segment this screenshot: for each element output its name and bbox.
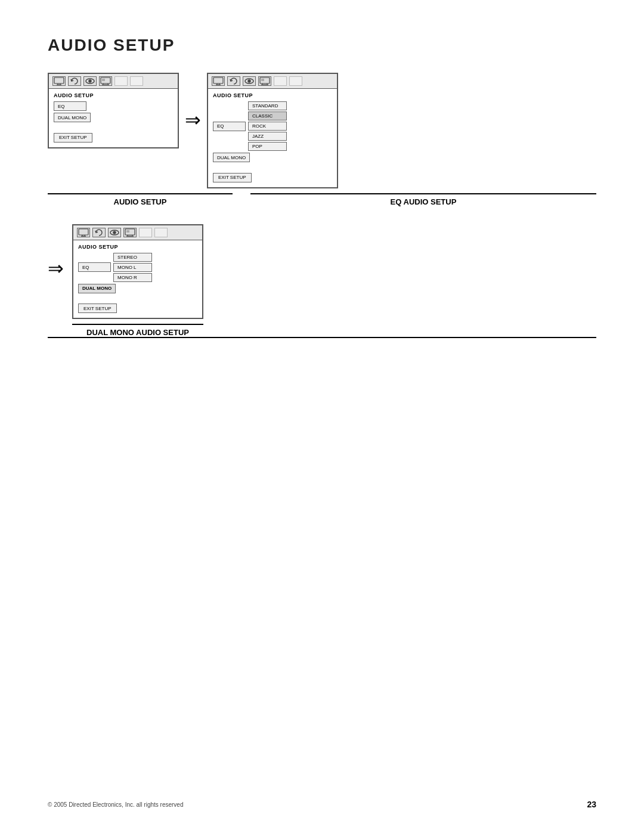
svg-rect-22 [79, 229, 88, 235]
blank-icon-2 [130, 76, 143, 86]
monitor-icon-3 [77, 228, 90, 237]
eq-classic[interactable]: CLASSIC [248, 112, 287, 120]
exit-button-1[interactable]: EXIT SETUP [54, 133, 92, 143]
refresh-icon-2 [227, 76, 240, 86]
blank-icon-3 [274, 76, 287, 86]
toolbar-2 [208, 74, 337, 89]
bottom-divider [48, 337, 596, 338]
monitor-icon-2 [212, 76, 225, 86]
dualmono-button-2[interactable]: DUAL MONO [213, 153, 250, 162]
screen-1-exit-row: EXIT SETUP [54, 131, 173, 143]
bottom-row: ⇒ [48, 224, 596, 337]
dualmono-button-1[interactable]: DUAL MONO [54, 113, 91, 122]
svg-rect-32 [126, 230, 129, 233]
svg-point-16 [248, 80, 250, 82]
screen-1-dualmono-row: DUAL MONO [54, 113, 173, 122]
display-icon-2 [258, 76, 271, 86]
screen-2-exit-row: EXIT SETUP [213, 171, 332, 182]
refresh-icon-3 [92, 228, 106, 237]
screen-2-content: AUDIO SETUP EQ STANDARD CLASSIC ROCK JAZ… [208, 89, 337, 187]
top-diagrams-row: AUDIO SETUP EQ DUAL MONO EXIT SETUP ⇒ [48, 73, 596, 206]
caption-dualmono-setup: DUAL MONO AUDIO SETUP [72, 324, 203, 337]
eq-options-list: STANDARD CLASSIC ROCK JAZZ POP [248, 101, 287, 151]
screen-3-eq-row: EQ STEREO MONO L MONO R [78, 253, 197, 282]
screen-2-title: AUDIO SETUP [213, 92, 332, 98]
eq-standard[interactable]: STANDARD [248, 101, 287, 110]
top-captions: AUDIO SETUP EQ AUDIO SETUP [48, 193, 596, 206]
blank-icon-6 [154, 228, 168, 237]
svg-rect-21 [261, 79, 264, 81]
diagram-dualmono-setup: AUDIO SETUP EQ STEREO MONO L MONO R DUAL… [72, 224, 203, 337]
screen-1-eq-row: EQ [54, 101, 173, 111]
eq-jazz[interactable]: JAZZ [248, 132, 287, 141]
view-icon-2 [243, 76, 256, 86]
display-icon-3 [123, 228, 137, 237]
dual-stereo[interactable]: STEREO [113, 253, 152, 262]
caption-audio-setup: AUDIO SETUP [48, 193, 233, 206]
exit-button-3[interactable]: EXIT SETUP [78, 304, 117, 313]
arrow-symbol-1: ⇒ [185, 109, 201, 131]
exit-button-2[interactable]: EXIT SETUP [213, 173, 252, 182]
footer-page-number: 23 [587, 800, 596, 809]
screen-1-content: AUDIO SETUP EQ DUAL MONO EXIT SETUP [49, 89, 178, 147]
blank-icon-4 [289, 76, 302, 86]
eq-button-2[interactable]: EQ [213, 122, 246, 131]
dual-mono-l[interactable]: MONO L [113, 263, 152, 272]
blank-icon-5 [139, 228, 152, 237]
svg-rect-10 [102, 79, 105, 81]
screen-3: AUDIO SETUP EQ STEREO MONO L MONO R DUAL… [72, 224, 203, 320]
dual-options-list: STEREO MONO L MONO R [113, 253, 152, 282]
svg-point-5 [89, 80, 91, 82]
eq-button-1[interactable]: EQ [54, 101, 86, 111]
toolbar-3 [73, 225, 202, 240]
view-icon-3 [108, 228, 121, 237]
dual-mono-r[interactable]: MONO R [113, 273, 152, 282]
screen-3-title: AUDIO SETUP [78, 244, 197, 250]
screen-3-exit-row: EXIT SETUP [78, 302, 197, 314]
arrow-symbol-2: ⇒ [48, 257, 64, 280]
diagram-audio-setup: AUDIO SETUP EQ DUAL MONO EXIT SETUP [48, 73, 179, 148]
view-icon [83, 76, 97, 86]
svg-rect-0 [54, 78, 64, 83]
toolbar-1 [49, 74, 178, 89]
screen-1: AUDIO SETUP EQ DUAL MONO EXIT SETUP [48, 73, 179, 148]
eq-pop[interactable]: POP [248, 142, 287, 151]
screen-1-title: AUDIO SETUP [54, 92, 173, 98]
svg-rect-11 [213, 78, 223, 83]
display-icon [99, 76, 112, 86]
screen-3-dualmono-row: DUAL MONO [78, 284, 197, 293]
diagram-eq-setup: AUDIO SETUP EQ STANDARD CLASSIC ROCK JAZ… [207, 73, 338, 188]
footer: © 2005 Directed Electronics, Inc. all ri… [48, 800, 596, 809]
bottom-diagrams-row: ⇒ [48, 224, 596, 339]
screen-2-eq-row: EQ STANDARD CLASSIC ROCK JAZZ POP [213, 101, 332, 151]
caption-eq-setup: EQ AUDIO SETUP [250, 193, 596, 206]
svg-point-27 [113, 231, 116, 234]
arrow-1: ⇒ [179, 73, 207, 131]
dualmono-button-3[interactable]: DUAL MONO [78, 284, 116, 293]
screen-2-dualmono-row: DUAL MONO [213, 153, 332, 162]
arrow-2: ⇒ [48, 224, 72, 280]
screen-2: AUDIO SETUP EQ STANDARD CLASSIC ROCK JAZ… [207, 73, 338, 188]
screen-3-content: AUDIO SETUP EQ STEREO MONO L MONO R DUAL… [73, 240, 202, 318]
caption-spacer [233, 193, 250, 206]
eq-button-3[interactable]: EQ [78, 262, 111, 272]
eq-rock[interactable]: ROCK [248, 122, 287, 131]
monitor-icon [52, 76, 66, 86]
refresh-icon [68, 76, 81, 86]
page-title: AUDIO SETUP [48, 36, 596, 55]
blank-icon-1 [114, 76, 128, 86]
footer-copyright: © 2005 Directed Electronics, Inc. all ri… [48, 801, 183, 808]
